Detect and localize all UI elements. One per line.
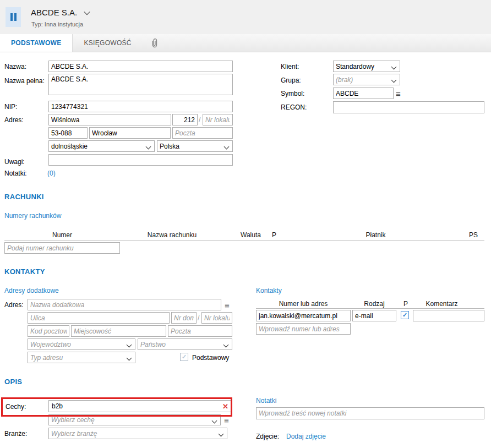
zdjecie-label: Zdjęcie: — [256, 433, 279, 440]
wojewodztwo-value: dolnośląskie — [51, 143, 88, 150]
grupa-select[interactable]: (brak) — [333, 74, 400, 85]
wybierz-branze-select[interactable]: Wybierz branżę — [48, 428, 227, 439]
chevron-down-icon[interactable] — [84, 8, 90, 14]
opis-notatki-link[interactable]: Notatki — [256, 397, 276, 405]
slash-separator: / — [199, 116, 200, 124]
uwagi-input[interactable] — [48, 154, 233, 166]
entity-type-subtitle: Typ: Inna instytucja — [31, 21, 83, 28]
regon-input[interactable] — [333, 101, 484, 113]
cechy-menu-icon[interactable]: ≡ — [224, 416, 229, 424]
nip-label: NIP: — [4, 103, 17, 111]
crm-entity-window: ABCDE S.A. Typ: Inna instytucja PODSTAWO… — [0, 0, 491, 448]
klient-label: Klient: — [281, 63, 299, 70]
col-platnik: Płatnik — [330, 231, 421, 239]
window-header: ABCDE S.A. Typ: Inna instytucja — [0, 0, 491, 34]
numery-rachunkow-link[interactable]: Numery rachunków — [4, 212, 61, 220]
rachunki-header-divider — [4, 241, 484, 241]
poczta-dodatkowa-input[interactable] — [168, 325, 232, 337]
symbol-menu-icon[interactable]: ≡ — [396, 90, 401, 98]
kontakt-numer-input[interactable] — [256, 310, 351, 321]
cechy-label: Cechy: — [6, 403, 26, 411]
page-title: ABCDE S.A. — [31, 8, 77, 17]
kontakt-rodzaj-input[interactable] — [352, 310, 396, 321]
adres-label: Adres: — [4, 116, 24, 124]
regon-label: REGON: — [281, 103, 307, 111]
tab-podstawowe[interactable]: PODSTAWOWE — [0, 34, 73, 52]
kontakty-header-divider — [256, 308, 484, 309]
nr-lokalu-dodatkowy-input[interactable] — [201, 312, 232, 324]
nazwa-dodatkowa-input[interactable] — [28, 299, 221, 310]
wybierz-branze-placeholder: Wybierz branżę — [51, 430, 97, 438]
panstwo-select[interactable]: Polska — [157, 140, 233, 152]
nr-domu-dodatkowy-input[interactable] — [171, 312, 197, 324]
kontakt-p-checkbox[interactable]: ✓ — [401, 311, 409, 319]
klient-select[interactable]: Standardowy — [333, 61, 400, 72]
kontakty-heading: KONTAKTY — [4, 267, 45, 276]
attachment-icon[interactable] — [150, 34, 159, 52]
col-nazwa-rachunku: Nazwa rachunku — [132, 231, 212, 239]
institution-icon — [6, 7, 21, 27]
panstwo-dodatkowe-placeholder: Państwo — [140, 341, 166, 348]
wybierz-ceche-placeholder: Wybierz cechę — [51, 416, 95, 424]
grupa-value: (brak) — [336, 76, 353, 84]
typ-adresu-placeholder: Typ adresu — [30, 354, 63, 362]
adresy-dodatkowe-link[interactable]: Adresy dodatkowe — [4, 287, 59, 294]
kod-pocztowy-input[interactable] — [48, 127, 88, 139]
wojewodztwo-dodatkowe-select[interactable]: Województwo — [28, 338, 135, 350]
wojewodztwo-select[interactable]: dolnośląskie — [48, 140, 155, 152]
branze-label: Branże: — [4, 430, 27, 438]
ulica-dodatkowa-input[interactable] — [28, 312, 170, 324]
miejscowosc-input[interactable] — [89, 127, 171, 139]
tab-bar: PODSTAWOWE KSIĘGOWOŚĆ — [0, 34, 491, 52]
kod-pocztowy-dodatkowy-input[interactable] — [28, 325, 69, 337]
podstawowy-label: Podstawowy — [192, 354, 229, 362]
nr-lokalu-input[interactable] — [203, 114, 233, 125]
podstawowy-checkbox[interactable]: ✓ — [180, 353, 188, 361]
col-rodzaj: Rodzaj — [352, 300, 396, 308]
col-komentarz: Komentarz — [410, 300, 473, 308]
notatki-count-link[interactable]: (0) — [47, 170, 56, 177]
wojewodztwo-dodatkowe-placeholder: Województwo — [30, 341, 71, 348]
typ-adresu-select[interactable]: Typ adresu — [28, 352, 135, 363]
notatki-label: Notatki: — [4, 170, 27, 177]
col-waluta: Waluta — [236, 231, 266, 239]
nowa-notatka-input[interactable] — [256, 407, 484, 419]
grupa-label: Grupa: — [281, 77, 301, 84]
tab-ksiegowosc[interactable]: KSIĘGOWOŚĆ — [73, 34, 142, 52]
cechy-value: b2b — [52, 402, 63, 410]
dodaj-zdjecie-link[interactable]: Dodaj zdjęcie — [286, 433, 326, 440]
remove-cecha-icon[interactable]: ✕ — [222, 402, 228, 411]
rachunki-heading: RACHUNKI — [4, 193, 44, 201]
panstwo-value: Polska — [160, 143, 179, 150]
col-kontakt-p: P — [402, 300, 410, 308]
nr-domu-input[interactable] — [172, 114, 198, 125]
nazwa-pelna-textarea[interactable]: ABCDE S.A. — [48, 74, 233, 95]
nazwa-label: Nazwa: — [4, 63, 26, 70]
adres-menu-icon[interactable]: ≡ — [225, 301, 230, 309]
wybierz-ceche-select[interactable]: Wybierz cechę — [48, 414, 221, 425]
symbol-label: Symbol: — [281, 90, 304, 97]
nip-input[interactable] — [48, 101, 233, 112]
ulica-input[interactable] — [48, 114, 171, 125]
col-ps: PS — [461, 231, 478, 239]
kontakt-komentarz-input[interactable] — [413, 310, 484, 321]
klient-value: Standardowy — [336, 63, 374, 70]
nazwa-pelna-label: Nazwa pełna: — [4, 77, 45, 85]
symbol-input[interactable] — [333, 88, 394, 99]
slash-separator: / — [198, 314, 199, 322]
miejscowosc-dodatkowa-input[interactable] — [71, 325, 166, 337]
col-p: P — [270, 231, 278, 239]
col-numer-lub-adres: Numer lub adres — [256, 300, 351, 308]
uwagi-label: Uwagi: — [4, 158, 25, 166]
poczta-input[interactable] — [172, 127, 233, 139]
numer-rachunku-input[interactable] — [4, 242, 120, 254]
panstwo-dodatkowe-select[interactable]: Państwo — [138, 338, 232, 350]
nowy-kontakt-input[interactable] — [256, 323, 351, 335]
cechy-field[interactable]: b2b ✕ — [48, 400, 232, 412]
col-numer: Numer — [4, 231, 120, 239]
nazwa-input[interactable] — [48, 61, 233, 72]
kontakty-link[interactable]: Kontakty — [256, 287, 282, 294]
opis-heading: OPIS — [4, 378, 22, 386]
adres-dodatkowy-label: Adres: — [4, 301, 24, 309]
